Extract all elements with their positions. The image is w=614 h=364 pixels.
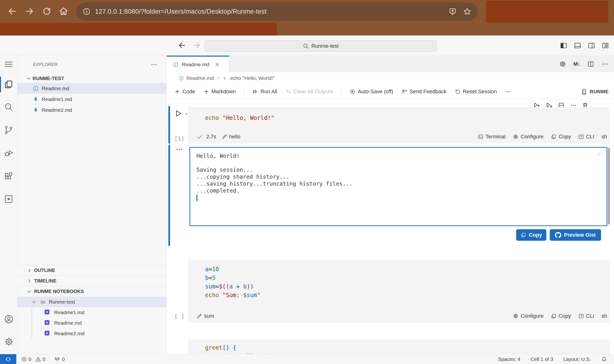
command-center-search[interactable]: Runme-test (205, 40, 437, 52)
execution-count: [ ] (174, 313, 184, 319)
remote-indicator[interactable] (0, 354, 16, 364)
reset-session-button[interactable]: Reset Session (455, 89, 497, 95)
code-cell-1[interactable]: echo "Hello, World!" 2.7s hello Terminal (188, 107, 610, 143)
browser-reload-icon[interactable] (42, 7, 51, 16)
section-runme-notebooks[interactable]: RUNME NOTEBOOKS (17, 286, 167, 297)
history-forward-icon[interactable] (193, 41, 201, 49)
run-all-button[interactable]: Run All (252, 89, 277, 95)
section-label: TIMELINE (34, 278, 56, 284)
file-row-readme[interactable]: Readme.md (17, 83, 167, 94)
terminal-action[interactable]: Terminal (478, 134, 506, 140)
runme-logo-icon (581, 88, 587, 95)
cli-action[interactable]: CLI (578, 134, 594, 140)
toggle-secondary-sidebar-icon[interactable] (588, 42, 595, 49)
add-code-cell-button[interactable]: Code (174, 89, 195, 95)
add-markdown-cell-button[interactable]: Markdown (203, 89, 236, 95)
account-icon[interactable] (4, 314, 13, 324)
cell-name[interactable]: hello (229, 134, 240, 140)
file-row-readme2[interactable]: Readme2.md (17, 104, 167, 115)
execution-count: [1] (174, 135, 184, 142)
toggle-primary-sidebar-icon[interactable] (560, 42, 567, 49)
browser-address-bar[interactable]: 127.0.0.1:8080/?folder=/Users/macos/Desk… (76, 2, 478, 21)
split-editor-icon[interactable] (587, 60, 594, 68)
auto-save-button[interactable]: Auto-Save (off) (350, 89, 393, 95)
runme-view-icon[interactable] (4, 194, 13, 204)
menu-icon[interactable] (4, 59, 13, 69)
source-control-icon[interactable] (4, 125, 13, 135)
workspace-root-row[interactable]: RUNME-TEST (17, 74, 167, 83)
browser-home-icon[interactable] (59, 7, 68, 16)
explorer-icon[interactable] (4, 80, 13, 89)
notifications-bell-icon[interactable] (601, 356, 607, 362)
notebook-row-readme2[interactable]: Readme2.md (17, 328, 167, 339)
vscode-titlebar: Runme-test (0, 36, 614, 55)
forwarded-ports[interactable]: 0 (54, 356, 65, 362)
notebook-folder-row[interactable]: Runme-test (17, 297, 167, 307)
cli-action[interactable]: CLI (578, 313, 594, 319)
problems-warnings[interactable]: 0 (35, 356, 46, 362)
bookmark-star-icon[interactable] (463, 7, 471, 16)
url-text[interactable]: 127.0.0.1:8080/?folder=/Users/macos/Desk… (95, 8, 266, 15)
copy-action[interactable]: Copy (551, 313, 571, 319)
configure-action[interactable]: Configure (513, 313, 544, 319)
output-close-icon[interactable] (596, 151, 603, 157)
settings-gear-icon[interactable] (4, 337, 13, 346)
tab-readme[interactable]: Readme.md (167, 56, 229, 72)
extensions-icon[interactable] (4, 172, 13, 181)
section-outline[interactable]: OUTLINE (17, 265, 167, 275)
markdown-preview-icon[interactable]: M↓ (574, 61, 580, 67)
clear-all-outputs-button[interactable]: Clear All Outputs (286, 89, 333, 95)
editor-more-icon[interactable] (601, 60, 609, 68)
send-feedback-button[interactable]: Send Feedback (401, 89, 446, 95)
toggle-panel-icon[interactable] (574, 42, 581, 49)
terminal-output[interactable]: Hello, World!Saving session......copying… (189, 147, 607, 226)
code-line[interactable]: b=5 (188, 273, 610, 282)
explorer-more-icon[interactable] (151, 61, 157, 68)
copy-button[interactable]: Copy (516, 229, 546, 241)
code-line[interactable]: echo "Hello, World!" (188, 107, 610, 122)
pencil-icon[interactable] (222, 134, 227, 140)
install-app-icon[interactable] (448, 7, 457, 16)
keyboard-layout-status[interactable]: Layout: U.S. (563, 356, 591, 362)
cell-name[interactable]: sum (204, 313, 214, 319)
toolbar-more-icon[interactable] (505, 89, 511, 95)
search-view-icon[interactable] (4, 102, 13, 112)
remote-icon (5, 356, 11, 362)
code-cell-2[interactable]: a=10 b=5 sum=$((a + b)) echo "Sum: $sum"… (188, 260, 610, 323)
code-line[interactable]: echo "Sum: $sum" (188, 291, 610, 299)
code-cell-3[interactable]: greet() { echo "Hello, $1!" (188, 339, 610, 354)
indentation-status[interactable]: Spaces: 4 (498, 356, 520, 362)
breadcrumb-cell[interactable]: echo "Hello, World!" (230, 75, 275, 81)
browser-back-icon[interactable] (8, 7, 17, 16)
notebook-content: echo "Hello, World!" 2.7s hello Terminal (167, 99, 614, 354)
pencil-icon[interactable] (196, 313, 202, 319)
code-line[interactable]: greet() { (188, 339, 610, 352)
terminal-cursor (196, 195, 197, 201)
output-scrollbar[interactable] (608, 148, 610, 224)
section-timeline[interactable]: TIMELINE (17, 275, 167, 286)
run-cell-button[interactable] (174, 109, 183, 118)
preview-gist-button[interactable]: Preview Gist (550, 229, 601, 241)
site-info-icon[interactable] (82, 7, 91, 16)
tab-close-icon[interactable] (215, 62, 220, 67)
customize-layout-icon[interactable] (601, 42, 609, 49)
run-debug-icon[interactable] (4, 148, 13, 158)
notebook-row-readme[interactable]: Readme.md (17, 318, 167, 328)
code-line[interactable]: sum=$((a + b)) (188, 282, 610, 291)
copy-action[interactable]: Copy (551, 134, 571, 140)
output-more-icon[interactable] (175, 145, 183, 153)
send-feedback-icon (401, 89, 407, 94)
runme-brand[interactable]: RUNME (581, 88, 609, 95)
cell-position-status[interactable]: Cell 1 of 3 (531, 356, 553, 362)
chevron-right-icon (26, 268, 32, 273)
history-back-icon[interactable] (178, 41, 186, 49)
toolbar-separator (244, 88, 244, 95)
configure-action[interactable]: Configure (513, 134, 544, 140)
code-line[interactable]: a=10 (188, 260, 610, 273)
breadcrumb-file[interactable]: Readme.md (186, 75, 214, 81)
notebook-row-readme1[interactable]: Readme1.md (17, 307, 167, 318)
problems-errors[interactable]: 0 (21, 356, 31, 362)
browser-forward-icon[interactable] (25, 7, 34, 16)
notebook-settings-gear-icon[interactable] (559, 60, 566, 68)
file-row-readme1[interactable]: Readme1.md (17, 94, 167, 104)
